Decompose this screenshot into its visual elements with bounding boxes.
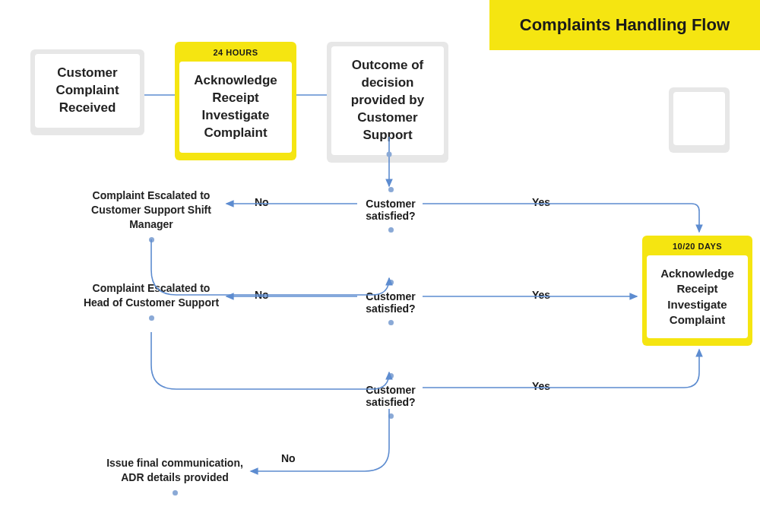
card-acknowledge-10-20-days: 10/20 DAYS Acknowledge Receipt Investiga… (642, 236, 752, 346)
card-text: Outcome of decision provided by Customer… (331, 46, 444, 155)
label-no-2: No (255, 289, 269, 301)
label-no-1: No (255, 196, 269, 208)
card-complaint-received: Customer Complaint Received (30, 49, 144, 135)
label-yes-2: Yes (532, 289, 550, 301)
card-outcome-provided: Outcome of decision provided by Customer… (327, 42, 448, 163)
diagram-title: Complaints Handling Flow (489, 0, 760, 50)
escalation-shift-manager: Complaint Escalated to Customer Support … (83, 188, 220, 232)
decision-satisfied-1: Customer satisfied? (360, 198, 421, 222)
time-badge-10-20: 10/20 DAYS (647, 240, 748, 255)
decision-satisfied-2: Customer satisfied? (360, 290, 421, 315)
label-yes-3: Yes (532, 380, 550, 392)
card-text: Acknowledge Receipt Investigate Complain… (647, 255, 748, 338)
card-text: Customer Complaint Received (35, 54, 140, 128)
card-text (673, 92, 725, 145)
label-yes-1: Yes (532, 196, 550, 208)
card-text: Acknowledge Receipt Investigate Complain… (179, 62, 292, 153)
decision-satisfied-3: Customer satisfied? (360, 384, 421, 408)
escalation-head-support: Complaint Escalated to Head of Customer … (83, 281, 220, 310)
label-no-3: No (281, 452, 296, 464)
escalation-final-communication: Issue final communication, ADR details p… (106, 456, 243, 485)
card-acknowledge-24h: 24 HOURS Acknowledge Receipt Investigate… (175, 42, 296, 160)
card-placeholder-empty (669, 87, 730, 153)
time-badge-24h: 24 HOURS (179, 46, 292, 62)
